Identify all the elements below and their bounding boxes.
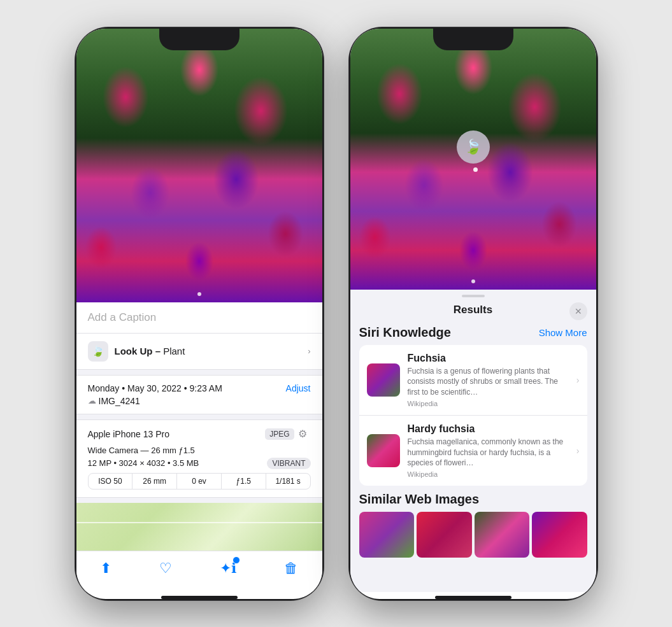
right-photo-area: 🍃 [350,29,596,290]
format-badge: JPEG [265,428,294,440]
lookup-row[interactable]: 🍃 Look Up – Plant › [76,334,322,370]
similar-image-2[interactable] [417,512,472,558]
info-badge [232,556,240,564]
meta-section: Monday • May 30, 2022 • 9:23 AM Adjust ☁… [76,375,322,414]
hardy-info: Hardy fuchsia Fuchsia magellanica, commo… [408,423,569,478]
toolbar: ⬆ ♡ ✦ℹ 🗑 [76,551,322,592]
camera-detail: Wide Camera — 26 mm ƒ1.5 [88,446,311,455]
device-badges: JPEG ⚙ [265,428,310,440]
adjust-button[interactable]: Adjust [286,383,311,393]
show-more-button[interactable]: Show More [539,327,587,338]
knowledge-item-hardy[interactable]: Hardy fuchsia Fuchsia magellanica, commo… [359,416,587,486]
hardy-chevron-icon: › [576,446,580,456]
fuchsia-source: Wikipedia [408,400,569,407]
sheet-title: Results [454,304,492,316]
siri-knowledge-title: Siri Knowledge [359,325,451,340]
photo-area[interactable] [76,29,322,302]
caption-area[interactable]: Add a Caption [76,302,322,334]
similar-title: Similar Web Images [359,492,587,507]
map-bg [76,503,322,551]
map-section[interactable] [76,503,322,551]
exif-iso: ISO 50 [89,474,133,489]
fuchsia-info: Fuchsia Fuchsia is a genus of flowering … [408,353,569,407]
lookup-chevron-icon: › [308,346,310,356]
favorite-button[interactable]: ♡ [153,558,178,579]
filename: IMG_4241 [99,396,140,406]
similar-image-1[interactable] [359,512,415,558]
vibrant-badge: VIBRANT [267,458,310,469]
page-dot [197,292,201,296]
info-button[interactable]: ✦ℹ [213,558,243,579]
settings-icon: ⚙ [298,428,311,440]
lookup-label: Look Up – Plant [115,346,185,356]
hardy-thumbnail [367,434,400,467]
visual-lookup-icon: 🍃 [88,341,108,362]
file-info: 12 MP • 3024 × 4032 • 3.5 MB [88,458,199,468]
notch [159,27,239,50]
device-name: Apple iPhone 13 Pro [88,429,169,439]
knowledge-item-fuchsia[interactable]: Fuchsia Fuchsia is a genus of flowering … [359,345,587,416]
fuchsia-thumbnail [367,363,400,397]
similar-section: Similar Web Images [359,492,587,558]
photo-date: Monday • May 30, 2022 • 9:23 AM [88,383,222,393]
hardy-source: Wikipedia [408,470,569,478]
home-indicator-right [435,596,511,599]
visual-lookup-button[interactable]: 🍃 [457,130,490,164]
home-indicator [161,596,238,599]
share-button[interactable]: ⬆ [94,558,118,579]
cloud-icon: ☁ [88,396,96,405]
flower-photo [76,29,322,302]
exif-row: ISO 50 26 mm 0 ev ƒ1.5 1/181 s [88,473,311,490]
visual-lookup-dot [473,167,478,172]
notch-right [433,27,513,50]
exif-aperture: ƒ1.5 [222,474,266,489]
siri-knowledge-header: Siri Knowledge Show More [359,321,587,340]
right-phone: 🍃 Results ✕ Siri Knowledge Show More [349,27,597,600]
info-area: Add a Caption 🍃 Look Up – Plant › Monday… [76,302,322,551]
exif-focal: 26 mm [132,474,177,489]
similar-image-3[interactable] [475,512,530,558]
map-road [76,522,322,523]
knowledge-card: Fuchsia Fuchsia is a genus of flowering … [359,345,587,486]
filename-row: ☁ IMG_4241 [88,396,311,406]
sheet-content: Siri Knowledge Show More Fuchsia Fuchsia… [350,321,596,592]
fuchsia-chevron-icon: › [576,375,580,385]
hardy-description: Fuchsia magellanica, commonly known as t… [408,437,569,468]
similar-images-row [359,512,587,558]
page-dot-right [471,279,475,283]
left-phone: Add a Caption 🍃 Look Up – Plant › Monday… [75,27,324,600]
similar-image-4[interactable] [532,512,587,558]
fuchsia-description: Fuchsia is a genus of flowering plants t… [408,366,569,398]
results-sheet: Results ✕ Siri Knowledge Show More Fuc [350,290,596,592]
hardy-title: Hardy fuchsia [408,423,569,435]
device-section: Apple iPhone 13 Pro JPEG ⚙ Wide Camera —… [76,419,322,498]
exif-shutter: 1/181 s [266,474,310,489]
sheet-header: Results ✕ [350,297,596,321]
caption-placeholder: Add a Caption [88,311,157,323]
close-button[interactable]: ✕ [569,302,587,320]
delete-button[interactable]: 🗑 [278,558,304,579]
right-screen: 🍃 Results ✕ Siri Knowledge Show More [350,29,596,599]
fuchsia-title: Fuchsia [408,353,569,364]
left-screen: Add a Caption 🍃 Look Up – Plant › Monday… [76,29,322,599]
exif-ev: 0 ev [177,474,222,489]
